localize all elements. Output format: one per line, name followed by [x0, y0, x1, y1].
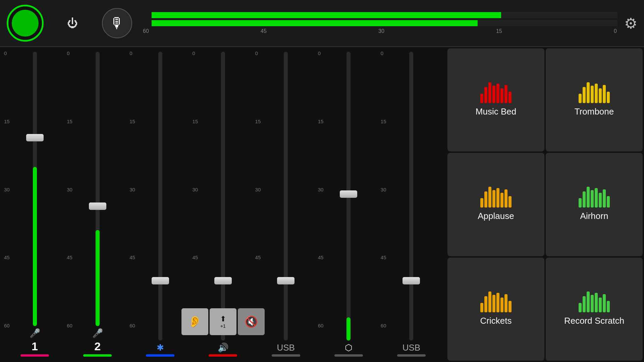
channel-2-indicator — [83, 354, 112, 357]
channel-7: 015304560USB — [380, 50, 443, 359]
channel-2-icon: 🎤 — [92, 328, 103, 338]
channel-5-indicator — [272, 354, 300, 357]
channel-6-indicator — [334, 354, 363, 357]
channel-6-vu — [346, 317, 351, 341]
sound-label-applause: Applause — [478, 211, 514, 221]
level-l-bar — [152, 12, 618, 18]
sound-panel: Music BedTromboneApplauseAirhornCrickets… — [446, 47, 644, 362]
channel-7-indicator — [397, 354, 426, 357]
waveform-music-bed — [480, 83, 512, 103]
waveform-trombone — [579, 83, 610, 103]
usb-block: ⏻ — [67, 17, 82, 30]
sound-label-crickets: Crickets — [480, 316, 512, 326]
level-r-row — [142, 20, 618, 26]
channel-2-vu — [96, 230, 100, 326]
channel-6-bottom: ⬡ — [319, 341, 378, 357]
channel-5-fader-zone[interactable] — [257, 52, 315, 341]
sound-button-record-scratch[interactable]: Record Scratch — [546, 258, 643, 361]
usb1-button[interactable]: ⬆ ⌖1 — [210, 308, 236, 335]
header: ⏻ 🎙 60 45 30 15 0 ⚙ — [0, 0, 644, 47]
channel-2-fader-zone[interactable] — [68, 52, 127, 326]
channel-1-number: 1 — [32, 340, 38, 353]
channel-1: 015304560🎤1 — [3, 50, 66, 359]
sound-label-music-bed: Music Bed — [476, 106, 516, 117]
channel-5-icon: USB — [277, 343, 294, 353]
channel-2-bottom: 🎤2 — [68, 326, 127, 357]
channel-6-fader-zone[interactable] — [319, 52, 378, 341]
floating-toolbar: 👂 ⬆ ⌖1 🔇 — [181, 308, 265, 335]
channel-7-knob[interactable] — [402, 277, 420, 284]
channel-6: 015304560⬡ — [317, 50, 380, 359]
channel-3-fader-zone[interactable] — [131, 52, 190, 341]
levels-block: 60 45 30 15 0 — [142, 12, 618, 34]
channel-3-bottom: ✱ — [131, 341, 190, 357]
waveform-crickets — [480, 292, 512, 312]
rec-label — [12, 10, 39, 37]
level-r-bar — [152, 20, 618, 26]
sound-label-airhorn: Airhorn — [580, 211, 608, 221]
channel-4-icon: 🔊 — [218, 343, 228, 353]
main-area: 015304560🎤1015304560🎤2015304560✱01530456… — [0, 47, 644, 362]
rec-button[interactable] — [7, 5, 44, 42]
channel-6-icon: ⬡ — [345, 343, 353, 353]
sound-button-airhorn[interactable]: Airhorn — [546, 153, 643, 256]
headphone-button[interactable]: 👂 — [181, 308, 208, 335]
channel-2: 015304560🎤2 — [66, 50, 129, 359]
sound-button-crickets[interactable]: Crickets — [447, 258, 544, 361]
channel-5-bottom: USB — [257, 341, 315, 357]
mixer: 015304560🎤1015304560🎤2015304560✱01530456… — [0, 47, 446, 362]
level-l-fill — [152, 12, 501, 18]
channel-2-number: 2 — [94, 340, 101, 353]
sound-label-record-scratch: Record Scratch — [564, 316, 624, 326]
waveform-applause — [480, 187, 512, 208]
channel-1-knob[interactable] — [26, 134, 44, 141]
channel-4-bottom: 🔊 — [194, 341, 252, 357]
level-r-fill — [152, 20, 478, 26]
channel-4-indicator — [209, 354, 237, 357]
channel-7-bottom: USB — [382, 341, 441, 357]
channel-3-indicator — [146, 354, 174, 357]
channel-1-vu — [33, 167, 37, 326]
sound-label-trombone: Trombone — [575, 106, 614, 117]
level-ticks: 60 45 30 15 0 — [142, 28, 618, 34]
mascot-button[interactable]: 🎙 — [102, 8, 132, 38]
channel-1-bottom: 🎤1 — [5, 326, 64, 357]
level-l-row — [142, 12, 618, 18]
channel-1-icon: 🎤 — [30, 328, 40, 338]
channel-3-icon: ✱ — [157, 343, 164, 353]
waveform-record-scratch — [579, 292, 610, 312]
channel-2-knob[interactable] — [89, 202, 106, 210]
channel-4-fader-zone[interactable] — [194, 52, 252, 341]
waveform-airhorn — [579, 187, 610, 208]
channel-6-knob[interactable] — [340, 190, 357, 198]
sound-button-applause[interactable]: Applause — [447, 153, 544, 256]
channel-3-knob[interactable] — [152, 277, 169, 284]
usb-icon: ⏻ — [67, 17, 78, 30]
settings-button[interactable]: ⚙ — [624, 15, 637, 32]
sound-button-trombone[interactable]: Trombone — [546, 48, 643, 151]
channel-5-knob[interactable] — [277, 277, 294, 284]
channel-4-knob[interactable] — [214, 277, 232, 284]
channel-7-icon: USB — [402, 343, 420, 353]
sound-button-music-bed[interactable]: Music Bed — [447, 48, 544, 151]
channel-7-fader-zone[interactable] — [382, 52, 441, 341]
mute-button[interactable]: 🔇 — [238, 308, 265, 335]
channel-1-indicator — [20, 354, 49, 357]
channel-1-fader-zone[interactable] — [5, 52, 64, 326]
